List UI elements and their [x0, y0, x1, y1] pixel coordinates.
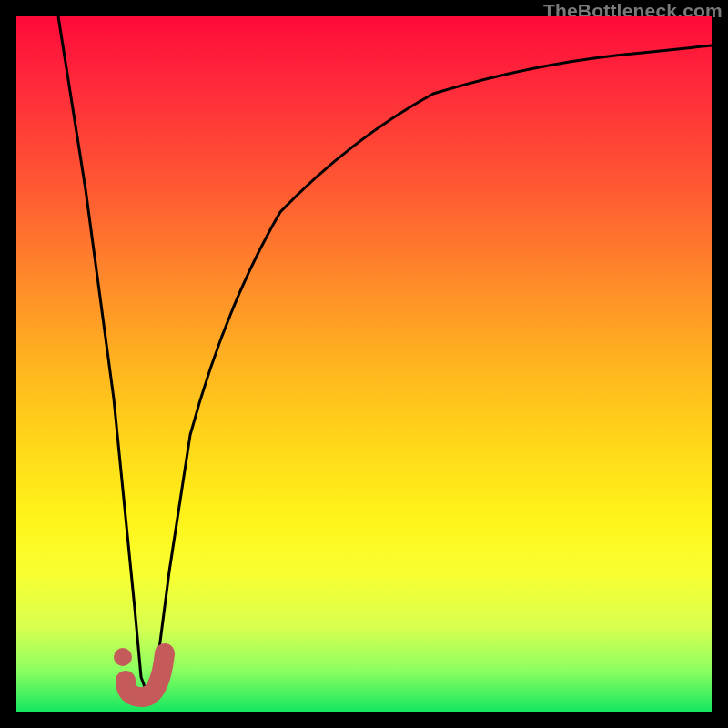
- chart-frame: TheBottleneck.com: [0, 0, 728, 728]
- chart-svg: [16, 16, 712, 712]
- estimate-dot: [114, 648, 132, 666]
- plot-area: [16, 16, 712, 712]
- bottleneck-curve: [58, 16, 712, 697]
